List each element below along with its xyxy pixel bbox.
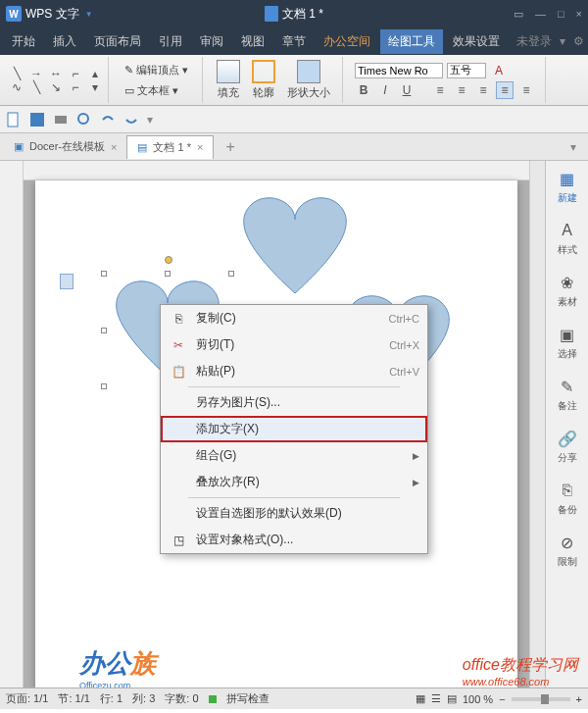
maximize-button[interactable]: □ (558, 8, 564, 21)
new-doc-icon[interactable] (6, 112, 22, 127)
heart-shape-1[interactable] (231, 190, 359, 303)
status-spellcheck[interactable]: 拼写检查 (226, 691, 270, 706)
panel-new[interactable]: ▦ 新建 (558, 169, 577, 205)
resize-handle-w[interactable] (101, 328, 107, 333)
tab-docer[interactable]: ▣ Docer-在线模板 × (4, 135, 126, 158)
font-color-button[interactable]: A (490, 62, 508, 79)
menu-view[interactable]: 视图 (233, 29, 272, 54)
close-button[interactable]: × (576, 8, 582, 21)
status-words[interactable]: 字数: 0 (165, 691, 198, 706)
undo-icon[interactable] (100, 112, 116, 127)
ctx-copy[interactable]: ⎘ 复制(C) Ctrl+C (161, 305, 427, 331)
arrow-icon[interactable]: → (29, 67, 43, 80)
vertical-scrollbar[interactable] (529, 161, 545, 688)
arrow2-icon[interactable]: ↘ (49, 80, 63, 94)
shapes-gallery[interactable]: ╲ → ↔ ⌐ ▴ ∿ ╲ ↘ ⌐ ▾ (4, 57, 109, 103)
align-left-button[interactable]: ≡ (431, 81, 449, 99)
zoom-in-button[interactable]: + (576, 693, 582, 705)
tab-close-icon[interactable]: × (197, 141, 203, 153)
ctx-add-text[interactable]: 添加文字(X) (161, 416, 427, 442)
ctx-group[interactable]: 组合(G) ▶ (161, 442, 427, 469)
settings-icon[interactable]: ⚙ (573, 34, 584, 48)
redo-icon[interactable] (123, 112, 139, 127)
view-print-icon[interactable]: ▦ (416, 692, 425, 705)
ctx-cut[interactable]: ✂ 剪切(T) Ctrl+X (161, 331, 427, 358)
panel-restrict[interactable]: ⊘ 限制 (558, 533, 577, 569)
tab-close-icon[interactable]: × (111, 141, 117, 153)
tab-list-button[interactable]: ▾ (563, 140, 584, 154)
connector-icon[interactable]: ⌐ (69, 67, 82, 80)
menu-start[interactable]: 开始 (4, 29, 43, 54)
menu-layout[interactable]: 页面布局 (86, 29, 149, 54)
font-size-select[interactable] (447, 63, 486, 78)
status-section[interactable]: 节: 1/1 (58, 691, 89, 706)
line-icon[interactable]: ╲ (10, 67, 24, 80)
fill-button[interactable]: 填充 (211, 60, 246, 100)
view-web-icon[interactable]: ▤ (447, 692, 457, 705)
panel-share[interactable]: 🔗 分享 (558, 429, 577, 465)
login-dropdown-icon[interactable]: ▾ (560, 34, 565, 48)
status-zoom[interactable]: 100 % (463, 693, 493, 705)
align-right-button[interactable]: ≡ (474, 81, 492, 99)
double-arrow-icon[interactable]: ↔ (49, 67, 63, 80)
panel-select[interactable]: ▣ 选择 (558, 325, 577, 361)
font-name-select[interactable] (355, 63, 443, 78)
print-icon[interactable] (53, 112, 69, 127)
save-icon[interactable] (29, 112, 45, 127)
qa-dropdown-icon[interactable]: ▾ (147, 113, 153, 127)
status-line[interactable]: 行: 1 (100, 691, 122, 706)
ctx-paste[interactable]: 📋 粘贴(P) Ctrl+V (161, 358, 427, 384)
resize-handle-n[interactable] (165, 271, 171, 277)
bold-button[interactable]: B (355, 81, 372, 99)
align-justify-button[interactable]: ≡ (496, 81, 514, 99)
menu-chapter[interactable]: 章节 (274, 29, 314, 54)
more-shapes-down-icon[interactable]: ▾ (88, 80, 102, 94)
resize-handle-ne[interactable] (228, 271, 234, 277)
rotation-handle[interactable] (165, 256, 172, 264)
ctx-set-default[interactable]: 设置自选图形的默认效果(D) (161, 500, 427, 527)
menu-insert[interactable]: 插入 (45, 29, 84, 54)
tab-document1[interactable]: ▤ 文档 1 * × (126, 135, 214, 159)
menu-effects[interactable]: 效果设置 (445, 29, 508, 54)
add-tab-button[interactable]: + (218, 138, 242, 156)
minimize-button[interactable]: — (535, 8, 546, 21)
ctx-format-object[interactable]: ◳ 设置对象格式(O)... (161, 527, 427, 553)
curve-icon[interactable]: ∿ (10, 80, 24, 94)
login-status[interactable]: 未登录 (516, 33, 552, 50)
app-name-group[interactable]: W WPS 文字 ▼ (6, 6, 93, 23)
resize-handle-sw[interactable] (101, 383, 107, 389)
panel-material[interactable]: ❀ 素材 (558, 273, 577, 309)
panel-style[interactable]: A 样式 (558, 221, 577, 257)
zoom-out-button[interactable]: − (499, 693, 505, 705)
resize-handle-nw[interactable] (101, 271, 107, 277)
line2-icon[interactable]: ╲ (29, 80, 43, 94)
more-shapes-up-icon[interactable]: ▴ (88, 67, 102, 80)
shape-size-button[interactable]: 形状大小 (281, 60, 336, 100)
menu-review[interactable]: 审阅 (192, 29, 231, 54)
menu-reference[interactable]: 引用 (151, 29, 190, 54)
menu-drawing-tools[interactable]: 绘图工具 (380, 29, 443, 54)
zoom-slider[interactable] (512, 697, 570, 701)
view-outline-icon[interactable]: ☰ (431, 692, 441, 705)
connector2-icon[interactable]: ⌐ (69, 80, 82, 94)
panel-backup[interactable]: ⎘ 备份 (558, 481, 577, 517)
outline-button[interactable]: 轮廓 (246, 60, 281, 100)
status-page[interactable]: 页面: 1/1 (6, 691, 48, 706)
ctx-order[interactable]: 叠放次序(R) ▶ (161, 469, 427, 495)
ctx-save-as-image[interactable]: 另存为图片(S)... (161, 389, 427, 416)
horizontal-ruler[interactable] (24, 161, 529, 180)
edit-vertices-button[interactable]: ✎ 编辑顶点 ▾ (121, 61, 192, 79)
align-center-button[interactable]: ≡ (453, 81, 470, 99)
ribbon-collapse-icon[interactable]: ▭ (514, 8, 523, 21)
ctx-separator (188, 386, 400, 387)
status-column[interactable]: 列: 3 (132, 691, 155, 706)
textbox-button[interactable]: ▭ 文本框 ▾ (121, 81, 192, 100)
preview-icon[interactable] (76, 112, 92, 127)
italic-button[interactable]: I (376, 81, 394, 99)
panel-note[interactable]: ✎ 备注 (558, 377, 577, 413)
vertical-ruler[interactable] (0, 161, 24, 688)
align-distribute-button[interactable]: ≡ (517, 81, 535, 99)
app-dropdown-icon[interactable]: ▼ (85, 10, 93, 19)
menu-office-space[interactable]: 办公空间 (316, 29, 378, 54)
underline-button[interactable]: U (398, 81, 416, 99)
